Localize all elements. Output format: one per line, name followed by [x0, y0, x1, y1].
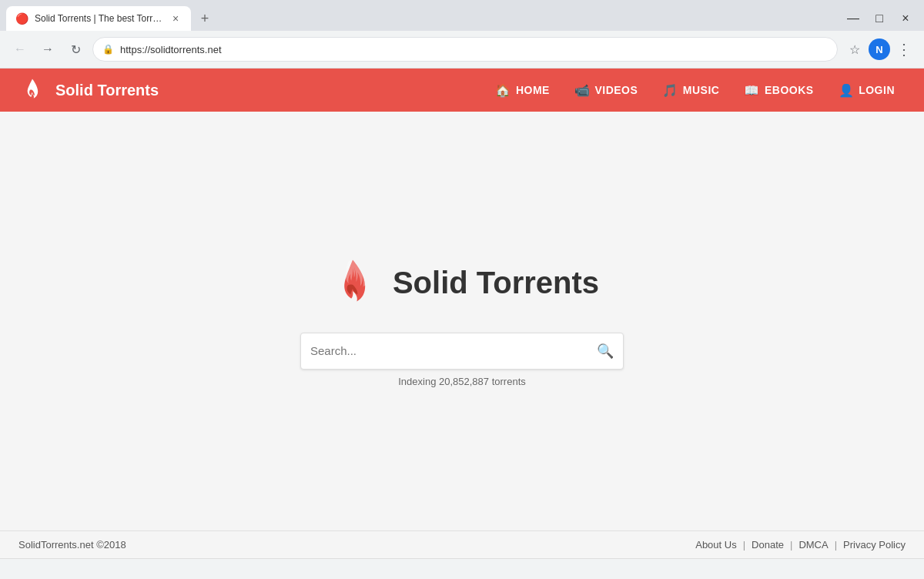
toolbar-icons: ☆ N ⋮: [844, 38, 915, 60]
footer-sep-3: |: [835, 539, 837, 551]
nav-ebooks-label: EBOOKS: [765, 84, 814, 96]
address-bar: ← → ↻ 🔒 https://solidtorrents.net ☆ N ⋮: [0, 31, 924, 68]
profile-button[interactable]: N: [869, 38, 890, 60]
videos-icon: 📹: [574, 83, 591, 98]
footer-sep-2: |: [790, 539, 792, 551]
login-icon: 👤: [839, 83, 855, 98]
browser-footer: [0, 558, 924, 579]
site-logo-area: Solid Torrents: [18, 76, 484, 104]
site-navbar: Solid Torrents 🏠 HOME 📹 VIDEOS 🎵 MUSIC 📖…: [0, 69, 924, 112]
site-logo-text: Solid Torrents: [55, 82, 159, 99]
home-icon: 🏠: [495, 83, 511, 98]
nav-home[interactable]: 🏠 HOME: [484, 77, 561, 104]
nav-videos-label: VIDEOS: [594, 84, 638, 96]
title-bar: 🔴 Solid Torrents | The best Torrent × + …: [0, 0, 924, 31]
new-tab-button[interactable]: +: [194, 8, 216, 29]
search-container: 🔍 Indexing 20,852,887 torrents: [300, 333, 624, 387]
browser-chrome: 🔴 Solid Torrents | The best Torrent × + …: [0, 0, 924, 69]
search-box: 🔍: [300, 333, 624, 370]
index-text: Indexing 20,852,887 torrents: [300, 376, 624, 387]
center-logo-icon: [325, 256, 380, 311]
footer-links: About Us | Donate | DMCA | Privacy Polic…: [695, 539, 906, 551]
tab-title: Solid Torrents | The best Torrent: [35, 13, 163, 24]
tab-close-button[interactable]: ×: [169, 12, 182, 25]
nav-login-label: LOGIN: [859, 84, 895, 96]
ebooks-icon: 📖: [744, 83, 760, 98]
center-logo-text: Solid Torrents: [393, 266, 599, 300]
website-content: Solid Torrents 🏠 HOME 📹 VIDEOS 🎵 MUSIC 📖…: [0, 69, 924, 558]
site-logo-icon: [18, 76, 46, 104]
search-input[interactable]: [310, 344, 597, 357]
window-controls: — □ ×: [841, 8, 918, 29]
search-button[interactable]: 🔍: [597, 343, 614, 360]
nav-music[interactable]: 🎵 MUSIC: [651, 77, 730, 104]
reload-button[interactable]: ↻: [65, 38, 86, 60]
footer-sep-1: |: [743, 539, 745, 551]
forward-button[interactable]: →: [37, 38, 59, 60]
url-text: https://solidtorrents.net: [120, 44, 828, 55]
center-logo: Solid Torrents: [325, 256, 599, 311]
back-button[interactable]: ←: [9, 38, 31, 60]
bookmark-button[interactable]: ☆: [844, 38, 865, 60]
minimize-button[interactable]: —: [841, 8, 865, 29]
footer-dmca-link[interactable]: DMCA: [798, 539, 828, 551]
maximize-button[interactable]: □: [867, 8, 892, 29]
url-bar[interactable]: 🔒 https://solidtorrents.net: [92, 37, 838, 62]
site-footer: SolidTorrents.net ©2018 About Us | Donat…: [0, 530, 924, 558]
nav-login[interactable]: 👤 LOGIN: [828, 77, 906, 104]
site-nav: 🏠 HOME 📹 VIDEOS 🎵 MUSIC 📖 EBOOKS 👤 LOGIN: [484, 77, 906, 104]
footer-copyright: SolidTorrents.net ©2018: [18, 539, 126, 551]
site-main: Solid Torrents 🔍 Indexing 20,852,887 tor…: [0, 112, 924, 530]
nav-videos[interactable]: 📹 VIDEOS: [564, 77, 648, 104]
music-icon: 🎵: [662, 83, 678, 98]
nav-home-label: HOME: [516, 84, 550, 96]
nav-ebooks[interactable]: 📖 EBOOKS: [733, 77, 824, 104]
footer-about-link[interactable]: About Us: [695, 539, 736, 551]
browser-tab[interactable]: 🔴 Solid Torrents | The best Torrent ×: [6, 6, 191, 31]
footer-donate-link[interactable]: Donate: [752, 539, 784, 551]
tab-favicon: 🔴: [15, 12, 28, 25]
menu-button[interactable]: ⋮: [893, 38, 915, 60]
close-button[interactable]: ×: [893, 8, 918, 29]
nav-music-label: MUSIC: [683, 84, 720, 96]
footer-privacy-link[interactable]: Privacy Policy: [843, 539, 906, 551]
lock-icon: 🔒: [102, 44, 114, 55]
